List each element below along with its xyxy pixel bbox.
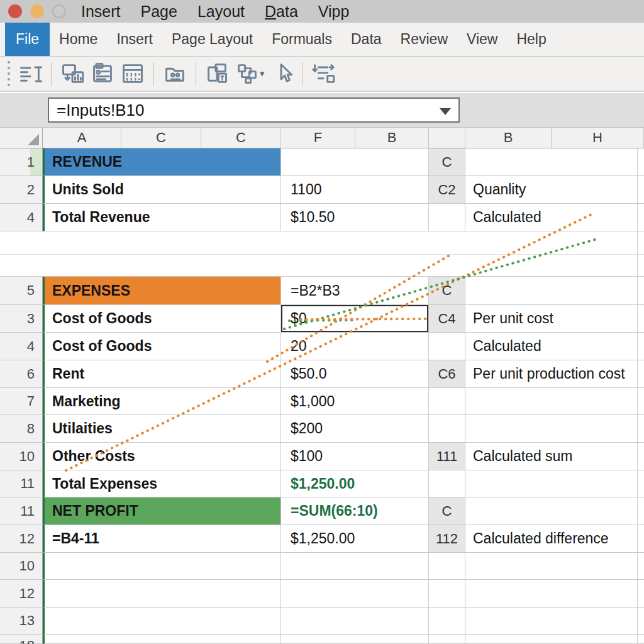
tab-data[interactable]: Data bbox=[341, 23, 391, 56]
formula-dropdown-icon[interactable] bbox=[440, 108, 451, 115]
form-list-icon[interactable] bbox=[87, 59, 118, 88]
row-header[interactable]: 4 bbox=[0, 204, 43, 231]
note-cell[interactable] bbox=[465, 470, 644, 497]
tag-cell[interactable]: C bbox=[429, 148, 465, 176]
note-cell[interactable] bbox=[465, 415, 644, 443]
menu-item-vipp[interactable]: Vipp bbox=[318, 3, 350, 21]
selected-value-cell[interactable]: $0 bbox=[281, 305, 429, 333]
row-header[interactable]: 11 bbox=[0, 470, 43, 497]
label-cell[interactable]: Cost of Goods bbox=[43, 305, 281, 333]
label-cell[interactable]: Total Revenue bbox=[43, 204, 281, 231]
value-cell[interactable] bbox=[281, 635, 429, 644]
row-header[interactable]: 18 bbox=[0, 635, 43, 644]
tab-help[interactable]: Help bbox=[507, 23, 555, 56]
note-cell[interactable] bbox=[465, 388, 644, 415]
row-header[interactable]: 11 bbox=[0, 497, 43, 525]
value-cell[interactable]: $100 bbox=[281, 443, 429, 470]
value-cell[interactable]: $50.0 bbox=[281, 360, 429, 388]
label-cell[interactable]: REVENUE bbox=[43, 148, 281, 176]
label-cell[interactable]: EXPENSES bbox=[43, 277, 281, 305]
label-cell[interactable]: Total Expenses bbox=[43, 470, 281, 497]
note-cell[interactable]: Calculated sum bbox=[465, 443, 644, 470]
tag-cell[interactable]: C4 bbox=[429, 305, 465, 333]
copy-layout-icon[interactable] bbox=[202, 59, 232, 88]
value-cell[interactable] bbox=[281, 148, 429, 176]
label-cell[interactable]: Units Sold bbox=[43, 176, 281, 204]
column-header-B-4[interactable]: B bbox=[355, 128, 429, 148]
note-cell[interactable]: Calculated difference bbox=[465, 525, 644, 553]
cursor-icon[interactable] bbox=[266, 59, 296, 88]
label-cell[interactable]: Rent bbox=[43, 360, 281, 388]
tag-cell[interactable] bbox=[429, 388, 465, 415]
note-cell[interactable]: Per unit production cost bbox=[465, 360, 644, 388]
label-cell[interactable]: Cost of Goods bbox=[43, 333, 281, 360]
tag-cell[interactable]: C bbox=[429, 497, 465, 525]
label-cell[interactable]: Utilaities bbox=[43, 415, 281, 443]
menu-item-data[interactable]: Data bbox=[265, 3, 298, 21]
column-header-B-6[interactable]: B bbox=[465, 128, 552, 148]
label-cell[interactable] bbox=[43, 553, 281, 580]
row-header[interactable]: 13 bbox=[0, 608, 43, 635]
note-cell[interactable]: Per unit cost bbox=[465, 305, 644, 333]
sort-lines-icon[interactable] bbox=[15, 59, 45, 88]
tag-cell[interactable] bbox=[429, 333, 465, 360]
row-header[interactable]: 5 bbox=[0, 277, 43, 305]
traffic-light-amber[interactable] bbox=[30, 4, 44, 18]
note-cell[interactable] bbox=[465, 497, 644, 525]
value-cell[interactable]: 20 bbox=[281, 333, 429, 360]
tag-cell[interactable] bbox=[429, 204, 465, 231]
column-header-F-3[interactable]: F bbox=[281, 128, 355, 148]
value-cell[interactable] bbox=[281, 553, 429, 580]
note-cell[interactable] bbox=[465, 553, 644, 580]
menu-item-layout[interactable]: Layout bbox=[197, 3, 245, 21]
row-header[interactable]: 10 bbox=[0, 553, 43, 580]
tag-cell[interactable]: 112 bbox=[429, 525, 465, 553]
menu-item-insert[interactable]: Insert bbox=[81, 3, 121, 21]
label-cell[interactable]: NET PROFIT bbox=[43, 497, 281, 525]
row-header[interactable]: 7 bbox=[0, 388, 43, 415]
label-cell[interactable]: Other Costs bbox=[43, 443, 281, 470]
tab-review[interactable]: Review bbox=[391, 23, 457, 56]
flow-dropdown-icon[interactable] bbox=[232, 59, 262, 88]
row-header[interactable]: 8 bbox=[0, 415, 43, 443]
folder-function-icon[interactable] bbox=[160, 59, 190, 88]
value-cell[interactable]: 1100 bbox=[281, 176, 429, 204]
traffic-light-red[interactable] bbox=[8, 4, 22, 18]
row-header[interactable]: 2 bbox=[0, 176, 43, 204]
label-cell[interactable]: Marketing bbox=[43, 388, 281, 415]
grip-icon[interactable] bbox=[8, 61, 10, 86]
traffic-light-inactive[interactable] bbox=[52, 4, 66, 18]
tag-cell[interactable]: C2 bbox=[429, 176, 465, 204]
note-cell[interactable]: Calculated bbox=[465, 204, 644, 231]
tag-cell[interactable]: C bbox=[429, 277, 465, 305]
value-cell[interactable]: $1,250.00 bbox=[281, 470, 429, 497]
tag-cell[interactable] bbox=[429, 608, 465, 635]
label-cell[interactable]: =B4-11 bbox=[43, 525, 281, 553]
value-cell[interactable]: =B2*B3 bbox=[281, 277, 429, 305]
note-cell[interactable] bbox=[465, 580, 644, 608]
label-cell[interactable] bbox=[43, 608, 281, 635]
note-cell[interactable]: Calculated bbox=[465, 333, 644, 360]
tag-cell[interactable] bbox=[429, 553, 465, 580]
note-cell[interactable] bbox=[465, 635, 644, 644]
value-cell[interactable]: =SUM(66:10) bbox=[281, 497, 429, 525]
tag-cell[interactable] bbox=[429, 470, 465, 497]
column-header-blank-5[interactable] bbox=[429, 128, 465, 148]
row-header[interactable]: 12 bbox=[0, 580, 43, 608]
tab-file[interactable]: File bbox=[5, 23, 50, 56]
column-header-C-1[interactable]: C bbox=[121, 128, 201, 148]
menu-item-page[interactable]: Page bbox=[141, 3, 177, 21]
row-header[interactable]: 3 bbox=[0, 305, 43, 333]
row-header[interactable]: 6 bbox=[0, 360, 43, 388]
note-cell[interactable] bbox=[465, 608, 644, 635]
note-cell[interactable]: Quanlity bbox=[465, 176, 644, 204]
list-toggle-icon[interactable] bbox=[308, 59, 338, 88]
label-cell[interactable] bbox=[43, 580, 281, 608]
value-cell[interactable]: $1,000 bbox=[281, 388, 429, 415]
tab-formuals[interactable]: Formuals bbox=[262, 23, 341, 56]
note-cell[interactable] bbox=[465, 148, 644, 176]
row-header[interactable]: 4 bbox=[0, 333, 43, 360]
column-header-H-7[interactable]: H bbox=[552, 128, 644, 148]
tab-page-layout[interactable]: Page Layout bbox=[162, 23, 262, 56]
paste-chart-icon[interactable] bbox=[57, 59, 87, 88]
